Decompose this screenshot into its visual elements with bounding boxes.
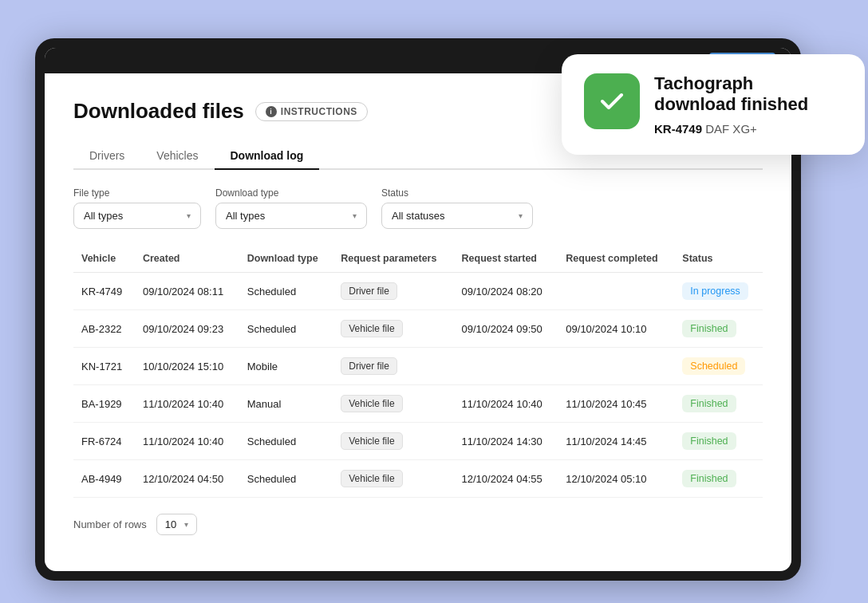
download-log-table: Vehicle Created Download type Request pa… [73, 246, 763, 498]
col-download-type: Download type [239, 246, 333, 273]
chevron-down-icon-3: ▾ [519, 211, 523, 220]
notification-card: Tachographdownload finished KR-4749 DAF … [562, 54, 865, 155]
notification-icon [584, 73, 640, 129]
status-badge: Finished [682, 432, 736, 450]
status-cell: Scheduled [674, 348, 763, 385]
file-type-label: File type [73, 187, 201, 199]
chevron-down-icon-4: ▾ [184, 520, 188, 529]
request-completed-cell: 11/10/2024 14:45 [558, 423, 674, 460]
table-row: AB-232209/10/2024 09:23ScheduledVehicle … [73, 310, 763, 348]
param-badge: Vehicle file [341, 395, 402, 412]
status-label: Status [381, 187, 533, 199]
table-row: KN-172110/10/2024 15:10MobileDriver file… [73, 348, 763, 385]
request-completed-cell: 11/10/2024 10:45 [558, 385, 674, 423]
table-row: AB-494912/10/2024 04:50ScheduledVehicle … [73, 460, 763, 498]
request-params-cell: Vehicle file [333, 423, 453, 460]
col-request-params: Request parameters [333, 246, 453, 273]
request-params-cell: Vehicle file [333, 310, 453, 348]
instructions-label: INSTRUCTIONS [281, 106, 357, 117]
request-started-cell: 11/10/2024 14:30 [454, 423, 558, 460]
vehicle-cell: KR-4749 [73, 273, 135, 310]
download-type-cell: Scheduled [239, 423, 333, 460]
vehicle-cell: KN-1721 [73, 348, 135, 385]
download-type-select[interactable]: All types ▾ [215, 203, 367, 229]
info-icon: i [266, 106, 277, 117]
request-started-cell: 09/10/2024 09:50 [454, 310, 558, 348]
table-container: Vehicle Created Download type Request pa… [73, 246, 763, 498]
status-badge: Finished [682, 395, 736, 412]
request-completed-cell [558, 348, 674, 385]
status-cell: Finished [674, 423, 763, 460]
vehicle-cell: AB-4949 [73, 460, 135, 498]
rows-value: 10 [165, 518, 176, 530]
created-cell: 11/10/2024 10:40 [135, 385, 239, 423]
request-params-cell: Vehicle file [333, 460, 453, 498]
param-badge: Vehicle file [341, 320, 402, 337]
request-params-cell: Vehicle file [333, 385, 453, 423]
param-badge: Vehicle file [341, 432, 402, 450]
tab-vehicles[interactable]: Vehicles [140, 143, 214, 170]
instructions-button[interactable]: i INSTRUCTIONS [255, 102, 368, 121]
table-row: KR-474909/10/2024 08:11ScheduledDriver f… [73, 273, 763, 310]
status-badge: Finished [682, 470, 736, 487]
param-badge: Vehicle file [341, 470, 402, 487]
rows-per-page-select[interactable]: 10 ▾ [156, 514, 197, 535]
param-badge: Driver file [341, 282, 397, 300]
status-cell: In progress [674, 273, 763, 310]
status-select[interactable]: All statuses ▾ [381, 203, 533, 229]
created-cell: 11/10/2024 10:40 [135, 423, 239, 460]
tab-drivers[interactable]: Drivers [73, 143, 140, 170]
table-header-row: Vehicle Created Download type Request pa… [73, 246, 763, 273]
download-type-filter: Download type All types ▾ [215, 187, 367, 229]
col-vehicle: Vehicle [73, 246, 135, 273]
vehicle-cell: FR-6724 [73, 423, 135, 460]
vehicle-cell: BA-1929 [73, 385, 135, 423]
file-type-select[interactable]: All types ▾ [73, 203, 201, 229]
page-title: Downloaded files [73, 99, 244, 124]
download-type-cell: Manual [239, 385, 333, 423]
col-created: Created [135, 246, 239, 273]
request-completed-cell: 12/10/2024 05:10 [558, 460, 674, 498]
request-params-cell: Driver file [333, 273, 453, 310]
rows-label: Number of rows [73, 518, 147, 530]
chevron-down-icon-2: ▾ [353, 211, 357, 220]
download-type-cell: Mobile [239, 348, 333, 385]
created-cell: 09/10/2024 09:23 [135, 310, 239, 348]
param-badge: Driver file [341, 357, 397, 375]
download-type-cell: Scheduled [239, 273, 333, 310]
created-cell: 12/10/2024 04:50 [135, 460, 239, 498]
download-type-cell: Scheduled [239, 460, 333, 498]
status-badge: Scheduled [682, 357, 745, 375]
checkmark-icon [598, 87, 626, 116]
notification-subtitle: KR-4749 DAF XG+ [654, 122, 842, 136]
status-filter: Status All statuses ▾ [381, 187, 533, 229]
col-request-started: Request started [454, 246, 558, 273]
download-type-label: Download type [215, 187, 367, 199]
download-type-cell: Scheduled [239, 310, 333, 348]
request-started-cell: 12/10/2024 04:55 [454, 460, 558, 498]
table-row: FR-672411/10/2024 10:40ScheduledVehicle … [73, 423, 763, 460]
created-cell: 09/10/2024 08:11 [135, 273, 239, 310]
col-request-completed: Request completed [558, 246, 674, 273]
request-started-cell: 11/10/2024 10:40 [454, 385, 558, 423]
request-started-cell [454, 348, 558, 385]
col-status: Status [674, 246, 763, 273]
created-cell: 10/10/2024 15:10 [135, 348, 239, 385]
request-completed-cell: 09/10/2024 10:10 [558, 310, 674, 348]
download-type-value: All types [226, 210, 265, 222]
filters-row: File type All types ▾ Download type All … [73, 187, 763, 229]
notification-vehicle: KR-4749 [654, 122, 705, 136]
request-completed-cell [558, 273, 674, 310]
vehicle-cell: AB-2322 [73, 310, 135, 348]
notification-device: DAF XG+ [705, 122, 757, 136]
file-type-filter: File type All types ▾ [73, 187, 201, 229]
table-row: BA-192911/10/2024 10:40ManualVehicle fil… [73, 385, 763, 423]
status-cell: Finished [674, 310, 763, 348]
screen-container: DOWNL... Downloaded files i INSTRUCTIONS… [35, 22, 833, 581]
notification-text: Tachographdownload finished KR-4749 DAF … [654, 73, 842, 136]
request-started-cell: 09/10/2024 08:20 [454, 273, 558, 310]
tab-download-log[interactable]: Download log [215, 143, 320, 170]
table-footer: Number of rows 10 ▾ [73, 514, 763, 535]
request-params-cell: Driver file [333, 348, 453, 385]
status-cell: Finished [674, 460, 763, 498]
